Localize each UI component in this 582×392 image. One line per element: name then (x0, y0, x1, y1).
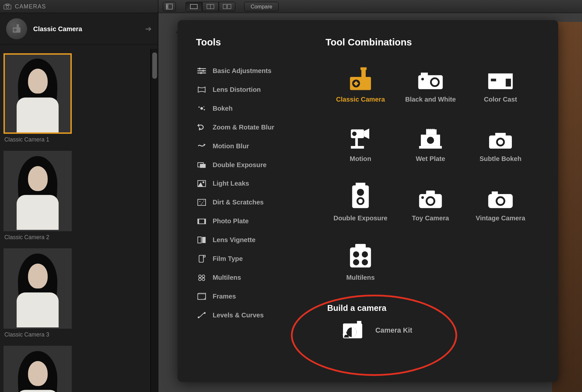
preset-thumb[interactable]: Classic Camera 2 (4, 151, 76, 240)
current-preset-row[interactable]: Classic Camera ➔ (0, 13, 158, 44)
preset-thumb-image (4, 53, 72, 134)
multilens-icon (196, 274, 207, 281)
frames-icon (196, 293, 207, 300)
tool-label: Lens Vignette (213, 236, 256, 243)
bokeh-icon (196, 105, 207, 112)
tool-label: Frames (213, 292, 236, 300)
tool-item[interactable]: Motion Blur (196, 136, 318, 155)
combo-item[interactable]: Color Cast (465, 61, 536, 121)
tool-label: Dirt & Scratches (213, 199, 264, 206)
svg-rect-83 (426, 190, 435, 195)
tool-item[interactable]: Film Type (196, 249, 318, 268)
svg-rect-92 (355, 244, 366, 248)
tool-label: Basic Adjustments (213, 67, 272, 74)
subtle-bokeh-icon (487, 121, 514, 151)
preset-thumb-label: Classic Camera 1 (4, 136, 76, 143)
tools-flyout: Tools Basic AdjustmentsLens DistortionBo… (178, 20, 558, 382)
svg-rect-62 (506, 79, 511, 86)
combo-item[interactable]: Wet Plate (396, 121, 466, 180)
svg-rect-51 (361, 69, 366, 78)
svg-point-59 (421, 78, 424, 80)
disclosure-arrow-icon: ➔ (145, 24, 152, 33)
tool-item[interactable]: Multilens (196, 268, 318, 287)
camera-kit-icon (339, 321, 365, 340)
svg-marker-29 (198, 182, 203, 186)
combo-item[interactable]: Subtle Bokeh (465, 121, 536, 180)
film-icon (196, 255, 207, 263)
svg-rect-16 (199, 67, 200, 69)
svg-rect-72 (419, 146, 442, 149)
svg-rect-40 (202, 237, 206, 243)
combo-label: Wet Plate (416, 155, 445, 162)
svg-rect-91 (350, 247, 371, 267)
svg-rect-31 (198, 199, 206, 205)
combo-item[interactable]: Double Exposure (325, 180, 396, 239)
preset-thumb[interactable]: Classic Camera 1 (4, 53, 76, 143)
vignette-icon (196, 236, 207, 243)
tool-item[interactable]: Lens Vignette (196, 230, 318, 249)
combo-item[interactable]: Toy Camera (396, 180, 466, 239)
view-mode-segment (185, 2, 235, 11)
svg-rect-88 (492, 191, 498, 195)
tool-item[interactable]: Light Leaks (196, 174, 318, 193)
svg-rect-39 (198, 237, 201, 243)
combo-item[interactable]: Black and White (396, 61, 466, 121)
combo-item[interactable]: Motion (325, 121, 396, 180)
compare-button[interactable]: Compare (244, 2, 279, 11)
tool-item[interactable]: Frames (196, 287, 318, 306)
svg-point-5 (14, 28, 17, 31)
preset-thumb[interactable]: Classic Camera 3 (4, 248, 76, 338)
svg-rect-18 (200, 72, 202, 74)
svg-rect-98 (357, 321, 361, 325)
light-leaks-icon (196, 180, 207, 187)
tool-label: Zoom & Rotate Blur (213, 123, 274, 131)
preset-thumbnails: Classic Camera 1 Classic Camera 2 Classi… (0, 49, 150, 392)
tool-item[interactable]: Levels & Curves (196, 306, 318, 325)
svg-rect-4 (17, 24, 19, 28)
preset-thumb[interactable]: Classic Camera 4 (4, 346, 76, 392)
panel-toggle-button[interactable] (163, 2, 176, 11)
svg-marker-23 (197, 124, 199, 127)
tool-item[interactable]: Dirt & Scratches (196, 193, 318, 212)
bw-camera-icon (416, 61, 444, 91)
tool-item[interactable]: Photo Plate (196, 212, 318, 230)
svg-rect-61 (488, 73, 512, 77)
combo-item[interactable]: Vintage Camera (465, 180, 536, 239)
svg-point-34 (201, 203, 202, 204)
sidebar-scrollbar[interactable] (150, 49, 158, 392)
tools-heading: Tools (196, 37, 318, 48)
preset-thumb-image (4, 346, 72, 392)
svg-point-81 (358, 199, 362, 203)
view-single-button[interactable] (185, 2, 202, 11)
tool-item[interactable]: Bokeh (196, 99, 318, 117)
preset-thumbnail-icon (6, 18, 27, 39)
sidebar-title: CAMERAS (15, 3, 46, 9)
svg-rect-69 (426, 129, 436, 135)
svg-point-96 (362, 259, 368, 265)
camera-kit-row[interactable]: Camera Kit (325, 321, 550, 340)
svg-point-45 (199, 278, 201, 280)
svg-point-44 (202, 275, 205, 277)
tool-label: Multilens (213, 274, 241, 281)
svg-point-85 (427, 198, 434, 204)
svg-rect-74 (495, 133, 506, 136)
tool-item[interactable]: Basic Adjustments (196, 61, 318, 80)
svg-rect-12 (227, 4, 231, 8)
view-dual-button[interactable] (219, 2, 235, 11)
view-split-button[interactable] (202, 2, 219, 11)
sidebar-header: CAMERAS (0, 0, 158, 13)
tool-item[interactable]: Lens Distortion (196, 80, 318, 99)
combo-item[interactable]: Multilens (325, 239, 396, 299)
combo-label: Classic Camera (336, 95, 385, 103)
tool-item[interactable]: Zoom & Rotate Blur (196, 117, 318, 136)
camera-kit-label: Camera Kit (375, 326, 412, 334)
svg-point-93 (353, 251, 359, 258)
toy-camera-icon (416, 180, 444, 210)
tool-item[interactable]: Double Exposure (196, 155, 318, 174)
classic-camera-icon (347, 61, 374, 91)
svg-point-71 (427, 137, 434, 144)
svg-rect-37 (198, 219, 199, 224)
combo-item[interactable]: Classic Camera (325, 61, 396, 121)
scrollbar-thumb[interactable] (152, 53, 157, 79)
svg-point-22 (203, 106, 204, 107)
